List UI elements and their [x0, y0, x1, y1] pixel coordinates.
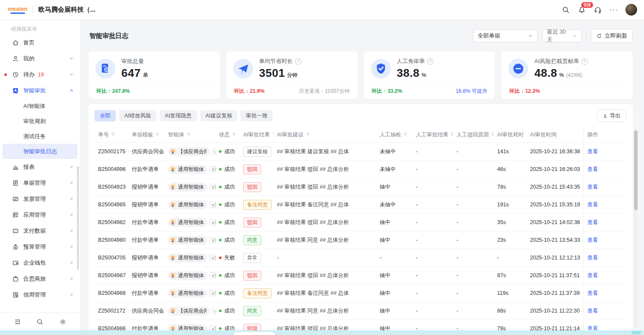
help-icon[interactable]: [295, 58, 301, 65]
support-headset-icon[interactable]: [593, 6, 602, 14]
time-saved-icon: [233, 59, 253, 79]
table-row: Z25002172供应商合同会...【供应商合同...v12成功同意## 审核结…: [95, 302, 627, 320]
filter-tab-1[interactable]: AI错放风险: [119, 110, 156, 121]
sidebar-item-credit-mgmt[interactable]: 信用管理: [0, 287, 80, 303]
refresh-button[interactable]: 立即刷新: [591, 29, 633, 43]
sidebar-scrollbar-thumb[interactable]: [77, 166, 79, 270]
agent-version-tag: v17: [209, 255, 216, 261]
filter-tabs: 全部AI错放风险AI发现隐患AI建议复核审批一致 导出: [95, 109, 627, 122]
agent-avatar-icon: [169, 183, 176, 190]
notifications-bell-icon[interactable]: 918: [577, 6, 586, 14]
search-icon[interactable]: [562, 6, 570, 14]
filter-funnel-icon[interactable]: [403, 132, 408, 138]
ai-suggestion-cell: ## 审核结果 同意 ## 总体分析: [273, 302, 376, 320]
ai-suggestion-cell: ## 审核结果 建议复核 ## 总体: [273, 143, 376, 161]
sidebar-item-mine[interactable]: 我的: [0, 51, 80, 66]
sidebar-item-smart-approval[interactable]: 智能审批: [0, 82, 80, 98]
help-icon[interactable]: [581, 58, 588, 65]
sidebar-item-travel[interactable]: 合思商旅: [0, 271, 80, 287]
view-link[interactable]: 查看: [587, 255, 598, 261]
ai-result-badge: 备注同意: [243, 288, 272, 298]
ai-result-cell: 备注同意: [240, 284, 273, 302]
view-link[interactable]: 查看: [587, 219, 598, 225]
sidebar-item-test-tasks[interactable]: 测试任务: [3, 129, 77, 144]
sidebar-item-approval-rules[interactable]: 审批规则: [3, 114, 77, 129]
filter-tab-2[interactable]: AI发现隐患: [160, 110, 197, 121]
chevron-up-icon: [69, 88, 74, 93]
filter-tab-all[interactable]: 全部: [95, 110, 116, 121]
view-link[interactable]: 查看: [587, 272, 598, 278]
column-header: 单号: [95, 127, 128, 143]
ai-result-badge: 备注同意: [243, 200, 272, 210]
user-avatar[interactable]: [625, 4, 637, 16]
sidebar-item-todo[interactable]: 待办19: [0, 66, 80, 82]
sidebar-item-approval-logs[interactable]: 智能审批日志: [3, 144, 77, 159]
filter-tab-3[interactable]: AI建议复核: [200, 110, 238, 121]
app-window: omaten 欧马腾会展科技（... 918 ··· 经典版菜单 首页我的待办1…: [0, 0, 644, 335]
sidebar-search-icon[interactable]: [36, 318, 44, 326]
view-link[interactable]: 查看: [587, 166, 598, 172]
sidebar-item-label: 发票管理: [23, 195, 46, 203]
view-link[interactable]: 查看: [587, 149, 598, 155]
filter-funnel-icon[interactable]: [111, 132, 115, 138]
duration-cell: 191s: [494, 196, 527, 214]
agent-avatar-icon: [169, 166, 176, 173]
page-title: 智能审批日志: [89, 32, 128, 40]
sidebar-item-invoice-mgmt[interactable]: 发票管理: [0, 191, 80, 207]
filter-funnel-icon[interactable]: [450, 132, 453, 138]
reject-reason-cell: -: [453, 196, 494, 214]
sidebar-item-report[interactable]: 报表: [0, 159, 80, 175]
filter-funnel-icon[interactable]: [491, 132, 494, 138]
sidebar-item-app-mgmt[interactable]: 应用管理: [0, 207, 80, 223]
view-link[interactable]: 查看: [587, 202, 598, 208]
status-text: 失败: [224, 255, 235, 261]
brand-logo[interactable]: omaten: [8, 6, 28, 14]
help-icon[interactable]: [427, 58, 434, 65]
agent-cell: 通用智能体v17: [165, 267, 216, 284]
agent-version-tag: v17: [209, 237, 216, 243]
view-link[interactable]: 查看: [587, 308, 598, 314]
sidebar-item-doc-mgmt[interactable]: 单据管理: [0, 175, 80, 191]
refresh-label: 立即刷新: [605, 32, 627, 40]
stat-card-risk-block: AI风险拦截贡献率 48.8 % (42/86) 环比 ↓ 12.3%: [501, 51, 633, 99]
status-text: 成功: [224, 308, 235, 314]
collapse-menu-icon[interactable]: [13, 318, 22, 326]
chevron-down-icon: [69, 196, 74, 201]
vertical-scrollbar-track[interactable]: [634, 130, 638, 327]
action-cell: 查看: [584, 267, 627, 284]
sidebar-item-home[interactable]: 首页: [0, 35, 80, 51]
date-range-select[interactable]: 最近 30 天: [542, 29, 582, 42]
filter-funnel-icon[interactable]: [272, 132, 273, 138]
action-cell: 查看: [584, 302, 627, 320]
filter-tab-4[interactable]: 审批一致: [241, 110, 273, 121]
table-header-row: 单号单据模板智能体状态AI审批结果AI审批建议人工抽检人工审批结果人工驳回原因A…: [95, 127, 627, 143]
topbar-actions: 918 ···: [562, 0, 637, 19]
sidebar-item-budget-mgmt[interactable]: 预算管理: [0, 239, 80, 255]
view-link[interactable]: 查看: [587, 237, 598, 243]
sidebar-item-ai-agent[interactable]: AI智能体: [3, 98, 77, 114]
stat-label: AI风险拦截贡献率: [534, 57, 579, 65]
view-link[interactable]: 查看: [587, 290, 598, 296]
chevron-down-icon: [69, 228, 74, 233]
template-cell: 付款申请单: [128, 161, 165, 178]
sidebar-item-wallet[interactable]: 企业钱包: [0, 255, 80, 271]
vertical-scrollbar-thumb[interactable]: [634, 130, 638, 210]
duration-cell: 46s: [494, 161, 527, 178]
filter-funnel-icon[interactable]: [232, 132, 236, 138]
wallet-icon: [12, 259, 19, 266]
export-button[interactable]: 导出: [596, 109, 627, 122]
filter-funnel-icon[interactable]: [186, 132, 191, 138]
sidebar-item-label: 首页: [23, 39, 35, 47]
approval-log-table: 单号单据模板智能体状态AI审批结果AI审批建议人工抽检人工审批结果人工驳回原因A…: [95, 127, 627, 335]
manual-result-cell: -: [412, 267, 453, 284]
filter-funnel-icon[interactable]: [305, 132, 310, 138]
duration-cell: 141s: [494, 143, 527, 161]
document-type-select[interactable]: 全部单据: [473, 29, 538, 42]
settings-gear-icon[interactable]: [58, 318, 67, 326]
filter-funnel-icon[interactable]: [155, 132, 160, 138]
status-cell: 成功: [216, 302, 240, 320]
sidebar-item-payment-data[interactable]: 支付数据: [0, 223, 80, 239]
more-options-icon[interactable]: ···: [609, 6, 618, 14]
column-header: 人工驳回原因: [453, 127, 494, 143]
view-link[interactable]: 查看: [587, 184, 598, 190]
